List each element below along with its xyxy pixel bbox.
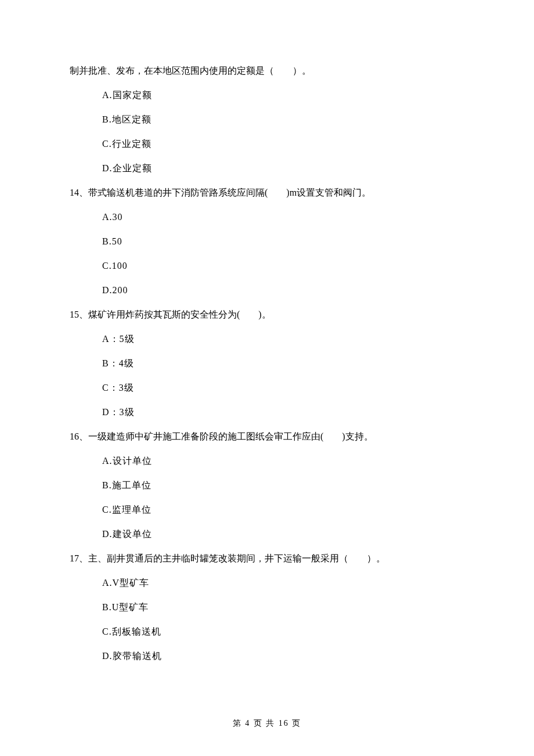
question-17-option-d: D.胶带输送机 — [102, 649, 464, 663]
question-14-stem: 14、带式输送机巷道的井下消防管路系统应间隔( )m设置支管和阀门。 — [70, 186, 464, 200]
question-13-option-b: B.地区定额 — [102, 113, 464, 127]
page-footer: 第 4 页 共 16 页 — [0, 717, 534, 729]
question-16-option-b: B.施工单位 — [102, 478, 464, 492]
question-13-option-c: C.行业定额 — [102, 137, 464, 151]
question-14-option-d: D.200 — [102, 283, 464, 297]
question-13-stem-continued: 制并批准、发布，在本地区范围内使用的定额是（ ）。 — [70, 64, 464, 78]
question-15-option-c: C：3级 — [102, 381, 464, 395]
question-17-option-a: A.V型矿车 — [102, 576, 464, 590]
question-17-option-c: C.刮板输送机 — [102, 625, 464, 639]
question-15-option-d: D：3级 — [102, 405, 464, 419]
question-15-stem: 15、煤矿许用炸药按其瓦斯的安全性分为( )。 — [70, 308, 464, 322]
question-16-option-c: C.监理单位 — [102, 503, 464, 517]
question-16-option-a: A.设计单位 — [102, 454, 464, 468]
question-13-option-d: D.企业定额 — [102, 161, 464, 175]
question-14-option-c: C.100 — [102, 259, 464, 273]
question-16-stem: 16、一级建造师中矿井施工准备阶段的施工图纸会审工作应由( )支持。 — [70, 430, 464, 444]
question-15-option-b: B：4级 — [102, 357, 464, 370]
question-14-option-a: A.30 — [102, 210, 464, 224]
question-14-option-b: B.50 — [102, 235, 464, 249]
question-15-option-a: A：5级 — [102, 332, 464, 346]
document-page: 制并批准、发布，在本地区范围内使用的定额是（ ）。 A.国家定额 B.地区定额 … — [0, 0, 534, 756]
question-13-option-a: A.国家定额 — [102, 88, 464, 102]
question-17-option-b: B.U型矿车 — [102, 600, 464, 614]
question-16-option-d: D.建设单位 — [102, 527, 464, 541]
question-17-stem: 17、主、副井贯通后的主井临时罐笼改装期间，井下运输一般采用（ ）。 — [70, 552, 464, 566]
